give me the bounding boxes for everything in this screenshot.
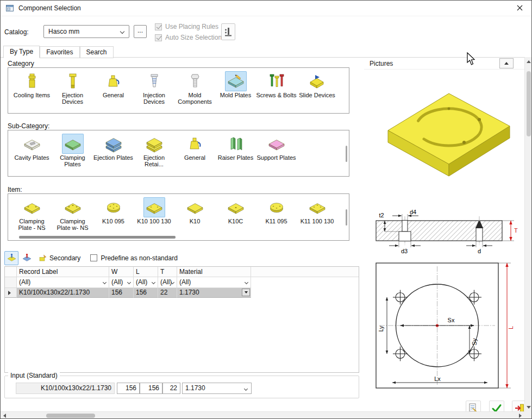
material-select[interactable]: 1.1730	[182, 383, 252, 394]
plate-icon	[227, 198, 245, 217]
cell-material: 1.1730	[177, 288, 251, 298]
width-input[interactable]: 156	[117, 383, 140, 394]
row-dropdown-button[interactable]	[242, 289, 250, 296]
filter-l[interactable]: (All)	[134, 277, 158, 288]
subcategory-item-raiser-plates[interactable]: Raiser Plates	[215, 134, 256, 161]
column-header-material[interactable]: Material	[177, 267, 251, 277]
column-header-record-label[interactable]: Record Label	[17, 267, 109, 277]
chevron-down-icon	[120, 29, 124, 34]
triangle-down-icon	[245, 291, 248, 293]
horizontal-scroll-thumb[interactable]	[46, 414, 95, 418]
input-standard-group: Input (Standard) K10/100x130x22/1.1730 1…	[4, 376, 359, 398]
horizontal-scrollbar[interactable]	[0, 411, 524, 419]
item-clamping-plate-ns[interactable]: Clamping Plate - NS	[11, 197, 52, 231]
category-item-slide-devices[interactable]: Slide Devices	[297, 71, 337, 98]
collapse-pictures-button[interactable]	[499, 58, 514, 68]
dim-ly: Ly	[378, 326, 384, 332]
filter-w[interactable]: (All)	[109, 277, 134, 288]
round-plate-icon	[104, 198, 123, 217]
category-item-cooling-items[interactable]: Cooling Items	[11, 71, 52, 98]
subcategory-item-cavity-plates[interactable]: Cavity Plates	[11, 134, 52, 161]
close-button[interactable]	[507, 0, 532, 16]
subcategory-item-ejection-plates[interactable]: Ejection Plates	[93, 134, 134, 161]
tab-search[interactable]: Search	[80, 46, 114, 58]
subcategory-item-support-plates[interactable]: Support Plates	[256, 134, 297, 161]
vertical-scrollbar[interactable]	[524, 57, 532, 411]
filter-material[interactable]: (All)	[177, 277, 251, 288]
item-k10c[interactable]: K10C	[215, 197, 256, 224]
item-clamping-plate-w-ns[interactable]: Clamping Plate w- NS	[52, 197, 93, 231]
record-input[interactable]: K10/100x130x22/1.1730	[16, 383, 115, 394]
dim-d: d	[478, 248, 481, 254]
window-title: Component Selection	[18, 4, 81, 12]
category-item-ejection-devices[interactable]: Ejection Devices	[52, 71, 93, 105]
tab-by-type[interactable]: By Type	[3, 46, 40, 58]
table-row[interactable]: K10/100x130x22/1.1730 156 156 22 1.1730	[5, 288, 359, 298]
thickness-input[interactable]: 22	[162, 383, 180, 394]
table-header-row: Record Label W L T Material	[5, 267, 359, 277]
press-info-icon	[224, 26, 233, 38]
tab-favorites[interactable]: Favorites	[40, 46, 79, 58]
subcategory-item-general[interactable]: General	[174, 134, 215, 161]
chevron-down-icon	[152, 280, 155, 284]
bolt-icon	[186, 72, 204, 91]
records-table: Record Label W L T Material (All) (All) …	[4, 266, 359, 373]
dim-lx: Lx	[434, 376, 441, 382]
round-plate-icon	[267, 198, 286, 217]
picture-section-view: t2 d4 d3 d T	[368, 195, 522, 257]
special-components-toggle[interactable]	[20, 251, 34, 265]
catalog-browse-button[interactable]: ...	[134, 25, 147, 38]
item-scrollbar-horizontal[interactable]	[19, 236, 176, 239]
table-filter-row: (All) (All) (All) (All) (All)	[5, 277, 359, 288]
checkbox-checked-icon	[155, 34, 162, 41]
subcategory-item-clamping-plates[interactable]: Clamping Plates	[52, 134, 93, 167]
column-header-t[interactable]: T	[158, 267, 177, 277]
category-item-general[interactable]: General	[93, 71, 134, 98]
filter-row-header	[5, 277, 17, 288]
item-k11-095[interactable]: K11 095	[256, 197, 297, 224]
scroll-down-icon[interactable]	[525, 403, 532, 411]
filter-record-label[interactable]: (All)	[17, 277, 109, 288]
item-scrollbar-vertical[interactable]	[346, 209, 347, 226]
scroll-left-icon[interactable]	[0, 412, 9, 419]
category-item-mold-plates[interactable]: Mold Plates	[215, 71, 256, 98]
dim-t2: t2	[379, 212, 384, 218]
size-info-button[interactable]	[221, 23, 235, 40]
predefine-nonstandard-checkbox[interactable]: Predefine as non-standard	[90, 254, 177, 262]
cell-t: 22	[158, 288, 177, 298]
catalog-select[interactable]: Hasco mm	[43, 25, 129, 38]
screws-icon	[267, 72, 286, 91]
item-k10-100-130[interactable]: K10 100 130	[134, 197, 174, 224]
mold-plates-icon	[227, 72, 245, 91]
item-k11-100-130[interactable]: K11 100 130	[297, 197, 337, 224]
subcategory-scrollbar[interactable]	[346, 146, 347, 162]
column-header-l[interactable]: L	[134, 267, 158, 277]
row-marker-icon	[8, 291, 11, 295]
dim-sx: Sx	[448, 317, 455, 323]
length-input[interactable]: 156	[140, 383, 162, 394]
secondary-label: Secondary	[49, 254, 80, 262]
standard-components-toggle[interactable]	[4, 251, 18, 265]
dim-T: T	[514, 227, 518, 234]
column-header-w[interactable]: W	[109, 267, 134, 277]
subcategory-item-ejection-retainer[interactable]: Ejection Retai...	[134, 134, 174, 167]
vertical-scroll-thumb[interactable]	[527, 71, 531, 136]
category-item-screws-bolts[interactable]: Screws & Bolts	[256, 71, 297, 98]
chevron-down-icon	[127, 280, 131, 284]
filter-t[interactable]: (All)	[158, 277, 177, 288]
pictures-header: Pictures	[364, 58, 524, 70]
category-item-mold-components[interactable]: Mold Components	[174, 71, 215, 105]
item-k10[interactable]: K10	[174, 197, 215, 224]
use-placing-rules-checkbox[interactable]: Use Placing Rules	[155, 23, 218, 30]
item-k10-095[interactable]: K10 095	[93, 197, 134, 224]
category-label: Category	[8, 60, 34, 67]
scroll-up-icon[interactable]	[525, 57, 532, 66]
scroll-right-icon[interactable]	[516, 412, 524, 419]
support-plate-icon	[267, 135, 286, 153]
dim-l: L	[508, 326, 514, 329]
cell-w: 156	[109, 288, 134, 298]
plate-icon	[145, 198, 164, 217]
category-list: Cooling Items Ejection Devices General	[8, 67, 349, 114]
category-item-injection-devices[interactable]: Injection Devices	[134, 71, 174, 105]
auto-size-selection-checkbox[interactable]: Auto Size Selection	[155, 34, 222, 41]
